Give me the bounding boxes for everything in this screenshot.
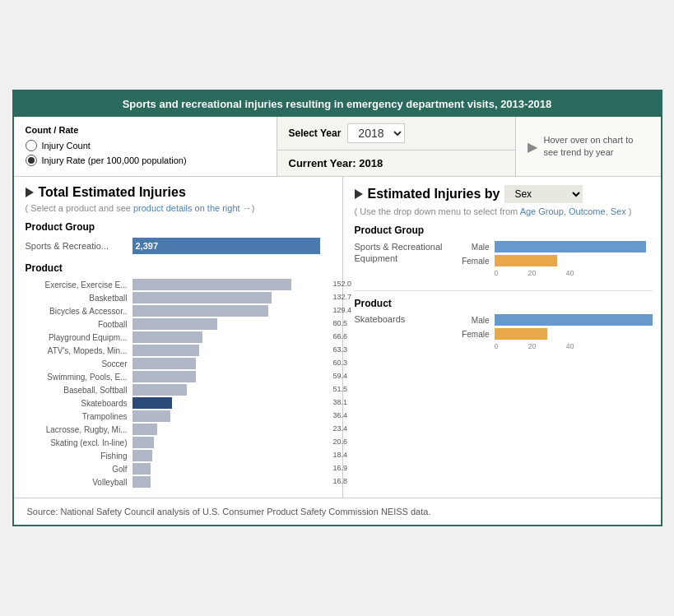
product-item-value: 23.4 [331, 424, 348, 433]
product-item-bar-wrap: 80.5 [132, 318, 331, 330]
product-item-label: Lacrosse, Rugby, Mi... [26, 425, 132, 434]
product-item-value: 16.9 [331, 464, 348, 472]
female-label-product: Female [453, 330, 495, 339]
tick-0-product: 0 [495, 342, 499, 350]
product-item-bar-wrap: 132.7 [132, 292, 331, 303]
product-group-bar-container[interactable]: Sports & Recreatio... 2,397 [26, 238, 331, 254]
left-subtitle: ( Select a product and see product detai… [26, 203, 331, 213]
radio-injury-count[interactable]: Injury Count [26, 140, 265, 151]
product-item-value: 129.4 [331, 306, 352, 314]
product-item-bar [132, 450, 152, 461]
product-item-label: Bicycles & Accessor.. [26, 307, 132, 316]
product-item-label: Basketball [26, 294, 132, 303]
product-item-value: 132.7 [331, 293, 352, 301]
list-item[interactable]: Trampolines36.4 [26, 410, 331, 422]
female-bar-product [495, 328, 547, 340]
left-panel: Total Estimated Injuries ( Select a prod… [14, 177, 343, 498]
main-content: Total Estimated Injuries ( Select a prod… [14, 177, 661, 498]
list-item[interactable]: Volleyball16.8 [26, 476, 331, 488]
product-group-value: 2,397 [136, 241, 159, 251]
left-section-title: Total Estimated Injuries [39, 185, 186, 200]
product-details-link[interactable]: product details on the right [133, 203, 240, 213]
product-item-bar [132, 292, 272, 303]
product-item-value: 80.5 [331, 319, 348, 327]
tick-40-product: 40 [566, 342, 574, 350]
product-item-bar [132, 331, 203, 343]
product-item-label: Golf [26, 465, 132, 474]
cursor-icon: ▶ [528, 139, 537, 155]
source-text: Source: National Safety Council analysis… [27, 507, 431, 516]
product-item-label: Baseball, Softball [26, 386, 132, 395]
radio-label-rate: Injury Rate (per 100,000 population) [42, 155, 187, 165]
product-item-value: 36.4 [331, 411, 348, 419]
product-item-value: 63.3 [331, 345, 348, 354]
product-item-value: 38.1 [331, 398, 348, 406]
list-item[interactable]: Swimming, Pools, E...59.4 [26, 371, 331, 382]
product-item-label: Volleyball [26, 478, 132, 487]
list-item[interactable]: Basketball132.7 [26, 292, 331, 303]
product-item-bar-wrap: 63.3 [132, 345, 331, 356]
hover-text: Hover over on chart to see trend by year [544, 134, 649, 160]
product-group-bar-area: 2,397 [132, 238, 331, 254]
current-year-value: 2018 [359, 157, 383, 169]
list-item[interactable]: Fishing18.4 [26, 450, 331, 461]
product-list: Exercise, Exercise E...152.0Basketball13… [26, 279, 331, 488]
list-item[interactable]: Lacrosse, Rugby, Mi...23.4 [26, 424, 331, 435]
female-bar-row-product: Female [453, 328, 653, 340]
male-bar-group [495, 241, 646, 252]
list-item[interactable]: Bicycles & Accessor..129.4 [26, 305, 331, 317]
tick-0-group: 0 [495, 269, 499, 277]
product-item-bar-wrap: 16.9 [132, 463, 331, 475]
product-item-label: Swimming, Pools, E... [26, 373, 132, 382]
right-product-name: Skateboards [355, 314, 453, 324]
product-item-bar [132, 397, 172, 409]
product-item-bar-wrap: 36.4 [132, 410, 331, 422]
radio-injury-rate[interactable]: Injury Rate (per 100,000 population) [26, 155, 265, 166]
male-bar-row-product: Male [453, 314, 653, 326]
product-item-label: Playground Equipm... [26, 333, 132, 342]
right-panel: Estimated Injuries by Sex Age Group Outc… [343, 177, 664, 498]
female-bar-group [495, 255, 557, 266]
year-select[interactable]: 2013 2014 2015 2016 2017 2018 [347, 123, 405, 143]
main-container: Sports and recreational injuries resulti… [12, 90, 662, 526]
list-item[interactable]: Baseball, Softball51.5 [26, 384, 331, 396]
radio-label-count: Injury Count [42, 141, 91, 151]
current-year-display: Current Year: 2018 [277, 151, 515, 176]
age-group-link[interactable]: Age Group [520, 206, 564, 216]
product-item-value: 16.8 [331, 477, 348, 485]
product-col-label: Product [26, 262, 331, 274]
right-section-header: Estimated Injuries by [355, 187, 500, 201]
male-label-product: Male [453, 316, 495, 325]
radio-circle-rate [26, 155, 37, 166]
select-year-top: Select Year 2013 2014 2015 2016 2017 201… [277, 117, 515, 151]
list-item[interactable]: Exercise, Exercise E...152.0 [26, 279, 331, 290]
product-item-bar-wrap: 129.4 [132, 305, 331, 317]
product-item-bar-wrap: 20.6 [132, 437, 331, 448]
product-item-label: Exercise, Exercise E... [26, 280, 132, 289]
list-item[interactable]: Playground Equipm...66.6 [26, 331, 331, 343]
play-icon-left [26, 188, 34, 197]
list-item[interactable]: Skating (excl. In-line)20.6 [26, 437, 331, 448]
axis-row-group: 0 20 40 [495, 269, 653, 277]
product-item-bar-wrap: 59.4 [132, 371, 331, 382]
product-item-bar-wrap: 23.4 [132, 424, 331, 435]
controls-row: Count / Rate Injury Count Injury Rate (p… [14, 117, 661, 177]
product-item-value: 20.6 [331, 438, 348, 446]
category-dropdown[interactable]: Sex Age Group Outcome [504, 185, 583, 203]
list-item[interactable]: Football80.5 [26, 318, 331, 330]
product-item-bar [132, 318, 217, 330]
list-item[interactable]: ATV's, Mopeds, Min...63.3 [26, 345, 331, 356]
count-rate-panel: Count / Rate Injury Count Injury Rate (p… [14, 117, 277, 176]
outcome-link[interactable]: Outcome [569, 206, 606, 216]
right-product-bars: Male Female 0 20 40 [453, 314, 653, 350]
divider [355, 290, 653, 291]
product-item-label: Skating (excl. In-line) [26, 438, 132, 447]
list-item[interactable]: Soccer60.3 [26, 358, 331, 369]
product-item-label: ATV's, Mopeds, Min... [26, 346, 132, 355]
sex-link[interactable]: Sex [611, 206, 626, 216]
product-item-bar [132, 345, 199, 356]
product-group-col-label: Product Group [26, 221, 331, 233]
list-item[interactable]: Skateboards38.1 [26, 397, 331, 409]
right-product-group-name: Sports & Recreational Equipment [355, 241, 453, 265]
list-item[interactable]: Golf16.9 [26, 463, 331, 475]
